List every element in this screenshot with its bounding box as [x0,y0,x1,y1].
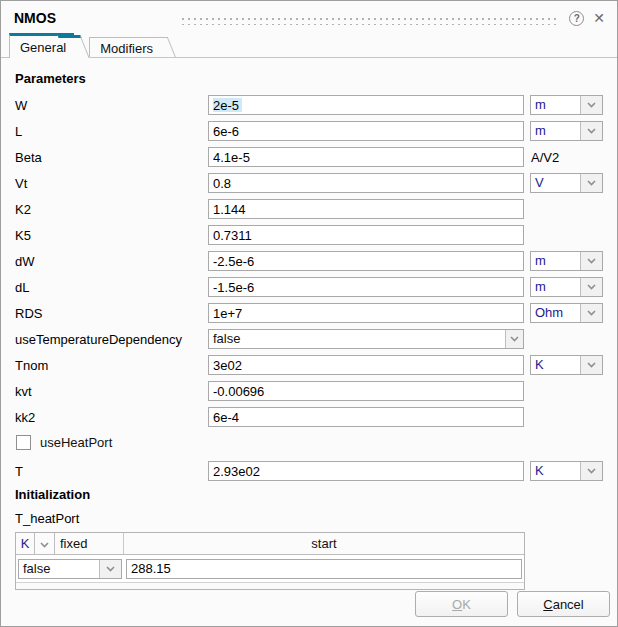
chevron-down-icon [580,174,602,192]
t-row-container: TK [15,461,603,481]
param-input-Tnom[interactable] [208,355,524,375]
unit-label-Beta: A/V2 [531,150,559,165]
parameters-rows: WmLmBetaA/V2VtVK2K5dWmdLmRDSOhmuseTemper… [15,95,603,427]
help-icon[interactable]: ? [569,11,584,26]
dialog-title: NMOS [14,10,56,26]
param-input-Beta[interactable] [208,147,524,167]
button-box: OK Cancel [415,591,610,617]
param-label-dW: dW [15,254,208,269]
start-input[interactable] [126,559,522,579]
useheatport-checkbox[interactable] [16,435,31,450]
tab-modifiers-label: Modifiers [100,41,153,56]
tab-modifiers[interactable]: Modifiers [89,37,161,58]
param-input-W[interactable] [208,95,524,115]
fixed-dropdown-value: false [19,560,99,578]
param-row-kvt: kvt [15,381,603,401]
table-unit-value: K [16,533,35,554]
param-label-kk2: kk2 [15,410,208,425]
tab-general-label: General [20,40,66,55]
param-dropdown-useTemperatureDependency[interactable]: false [208,329,524,349]
param-label-K5: K5 [15,228,208,243]
param-row-Tnom: TnomK [15,355,603,375]
param-input-dW[interactable] [208,251,524,271]
unit-value-W: m [531,96,580,114]
param-row-W: Wm [15,95,603,115]
fixed-dropdown[interactable]: false [18,559,122,579]
unit-combo-Tnom[interactable]: K [530,355,603,375]
chevron-down-icon [580,96,602,114]
param-input-K2[interactable] [208,199,524,219]
drag-grip[interactable] [180,15,559,25]
table-unit-combo-button[interactable] [35,533,55,554]
tab-general[interactable]: General [9,33,74,58]
param-row-Beta: BetaA/V2 [15,147,603,167]
param-row-kk2: kk2 [15,407,603,427]
param-label-useTemperatureDependency: useTemperatureDependency [15,332,208,347]
param-input-kk2[interactable] [208,407,524,427]
useheatport-row: useHeatPort [16,434,603,450]
unit-combo-L[interactable]: m [530,121,603,141]
param-label-kvt: kvt [15,384,208,399]
unit-value-dW: m [531,252,580,270]
chevron-down-icon [580,252,602,270]
chevron-down-icon [580,122,602,140]
unit-value-Tnom: K [531,356,580,374]
param-label-Vt: Vt [15,176,208,191]
chevron-down-icon [580,304,602,322]
unit-value-Vt: V [531,174,580,192]
param-row-K2: K2 [15,199,603,219]
param-label-Tnom: Tnom [15,358,208,373]
unit-combo-W[interactable]: m [530,95,603,115]
nmos-parameters-dialog: NMOS ? ✕ General Modifiers Parameters Wm… [0,0,618,627]
chevron-down-icon [580,462,602,480]
titlebar: NMOS ? ✕ [1,1,617,26]
tab-bar: General Modifiers [1,32,617,58]
param-row-RDS: RDSOhm [15,303,603,323]
unit-value-RDS: Ohm [531,304,580,322]
param-row-Vt: VtV [15,173,603,193]
useheatport-label: useHeatPort [40,435,112,450]
chevron-down-icon [40,536,49,551]
unit-value-L: m [531,122,580,140]
param-input-kvt[interactable] [208,381,524,401]
t-heatport-table: K fixed start false [15,532,525,590]
param-label-RDS: RDS [15,306,208,321]
param-row-K5: K5 [15,225,603,245]
param-dropdown-value-useTemperatureDependency: false [209,330,505,348]
param-input-RDS[interactable] [208,303,524,323]
param-label-Beta: Beta [15,150,208,165]
tab-page-general: Parameters WmLmBetaA/V2VtVK2K5dWmdLmRDSO… [1,58,617,590]
param-row-dL: dLm [15,277,603,297]
ok-button[interactable]: OK [415,591,508,617]
t-heatport-label: T_heatPort [15,511,603,526]
column-header-start: start [124,533,524,554]
param-row-useTemperatureDependency: useTemperatureDependencyfalse [15,329,603,349]
cancel-button-label: Cancel [543,597,583,612]
param-input-Vt[interactable] [208,173,524,193]
param-label-W: W [15,98,208,113]
param-input-K5[interactable] [208,225,524,245]
chevron-down-icon [580,278,602,296]
unit-combo-dW[interactable]: m [530,251,603,271]
cancel-button[interactable]: Cancel [517,591,610,617]
ok-button-label: OK [452,597,471,612]
unit-combo-Vt[interactable]: V [530,173,603,193]
param-input-L[interactable] [208,121,524,141]
unit-combo-RDS[interactable]: Ohm [530,303,603,323]
param-label-T: T [15,464,208,479]
column-header-fixed: fixed [55,533,124,554]
table-header-row: K fixed start [16,533,524,555]
table-data-row: false [16,555,524,582]
unit-value-T: K [531,462,580,480]
param-label-K2: K2 [15,202,208,217]
unit-combo-dL[interactable]: m [530,277,603,297]
unit-value-dL: m [531,278,580,296]
unit-combo-T[interactable]: K [530,461,603,481]
param-input-T[interactable] [208,461,524,481]
param-row-L: Lm [15,121,603,141]
close-icon[interactable]: ✕ [593,11,605,25]
param-input-dL[interactable] [208,277,524,297]
parameters-section-header: Parameters [15,71,603,86]
param-row-dW: dWm [15,251,603,271]
initialization-section-header: Initialization [15,487,603,502]
